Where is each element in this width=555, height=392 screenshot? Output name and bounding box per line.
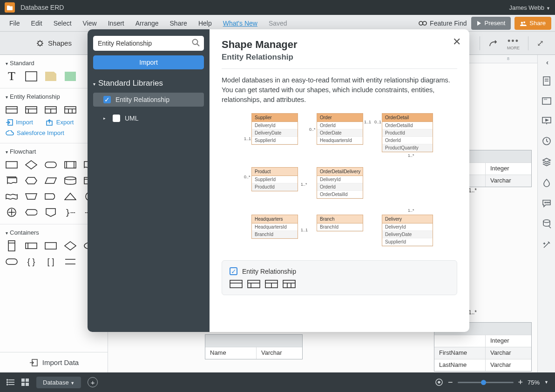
user-menu[interactable]: James Webb▼ [509,4,550,11]
menu-help[interactable]: Help [193,20,217,27]
menu-file[interactable]: File [4,20,26,27]
svg-rect-31 [8,241,15,251]
document-icon [5,2,15,13]
ct-6[interactable] [6,257,18,267]
close-modal-button[interactable]: ✕ [453,36,461,48]
svg-rect-14 [65,107,76,113]
menu-view[interactable]: View [77,20,102,27]
svg-rect-35 [45,243,56,249]
zoom-out[interactable]: − [448,378,453,387]
add-page-button[interactable]: + [88,377,98,387]
block-shape[interactable] [25,71,37,81]
ct-1[interactable] [6,241,18,251]
enable-library-checkbox[interactable]: ✓ [230,267,237,275]
page-settings-icon[interactable] [542,76,551,87]
modal-sidebar: Import Standard Libraries ✓ Entity Relat… [88,29,210,332]
saved-status: Saved [263,20,293,27]
fc-rect[interactable] [6,160,18,170]
grid-view-icon[interactable] [21,378,29,386]
collapse-rail-icon[interactable]: ‹‹ [546,59,547,66]
chat-icon[interactable] [542,199,551,209]
library-search-input[interactable] [93,36,204,51]
layers-icon[interactable] [542,157,551,168]
svg-rect-20 [6,162,17,168]
menu-edit[interactable]: Edit [26,20,48,27]
svg-rect-5 [26,72,37,81]
line-tool-icon[interactable] [488,39,499,47]
note-shape[interactable] [45,71,57,81]
ct-2[interactable] [25,241,37,251]
hotspot-shape[interactable] [64,71,76,81]
lib-checkbox[interactable]: ✓ [103,96,111,103]
svg-point-58 [7,384,8,385]
er-export-link[interactable]: Export [46,119,74,126]
target-icon[interactable] [435,378,443,386]
svg-rect-33 [26,243,37,249]
ct-3[interactable] [45,241,57,251]
fc-manual[interactable] [25,191,37,202]
zoom-slider[interactable] [458,382,514,383]
er-shape-2[interactable] [25,105,37,115]
fc-diamond[interactable] [25,160,37,170]
fc-display[interactable] [25,207,37,217]
menu-insert[interactable]: Insert [102,20,130,27]
ct-4[interactable] [64,241,76,251]
fc-delay[interactable] [45,191,57,202]
er-shape-4[interactable] [64,105,76,115]
fc-terminator[interactable] [45,160,57,170]
lib-item-uml[interactable]: ▸ UML [93,111,204,125]
fc-db[interactable] [64,176,76,186]
page-tab[interactable]: Database ▼ [36,377,81,388]
data-icon[interactable] [542,219,551,230]
ct-7[interactable]: { } [25,257,37,267]
standard-libraries-header[interactable]: Standard Libraries [93,79,204,88]
multiplicity-label: 1..* [468,187,477,194]
svg-rect-67 [230,280,242,288]
menu-arrange[interactable]: Arrange [130,20,164,27]
svg-line-66 [197,44,199,46]
fc-sum[interactable] [6,207,18,217]
fc-extract[interactable] [64,191,76,202]
import-library-button[interactable]: Import [93,55,204,69]
er-shape-3[interactable] [45,105,57,115]
text-shape[interactable]: T [6,71,18,81]
fc-predef[interactable] [64,160,76,170]
svg-point-57 [7,382,8,383]
zoom-level[interactable]: 75% [528,379,540,386]
fc-hex[interactable] [25,176,37,186]
er-import-link[interactable]: Import [6,119,33,126]
share-button[interactable]: Share [514,17,551,30]
fc-multidoc[interactable] [6,176,18,186]
menu-share[interactable]: Share [164,20,193,27]
svg-rect-37 [6,259,17,264]
paint-icon[interactable] [542,178,551,189]
zoom-in[interactable]: + [518,378,523,387]
ct-8[interactable]: [ ] [45,257,57,267]
fc-para[interactable] [45,176,57,186]
present-icon[interactable] [542,116,551,126]
search-icon [192,39,200,47]
right-rail: ‹‹ "" [537,55,555,372]
menu-select[interactable]: Select [48,20,77,27]
lib-item-entity-relationship[interactable]: ✓ Entity Relationship [93,93,204,107]
lib-checkbox[interactable] [113,115,120,122]
comments-icon[interactable]: "" [542,97,551,106]
present-button[interactable]: Present [471,17,511,30]
ct-9[interactable] [64,257,76,267]
feature-find[interactable]: Feature Find [419,20,467,27]
document-title[interactable]: Database ERD [20,4,64,11]
fullscreen-icon[interactable]: ⤢ [537,38,544,48]
svg-point-3 [523,21,525,23]
more-tools[interactable]: ••• MORE [507,36,520,50]
import-data-button[interactable]: Import Data [0,352,108,372]
fc-brace[interactable]: }┄ [64,207,76,217]
svg-point-65 [193,40,198,45]
menu-whats-new[interactable]: What's New [217,20,263,27]
fc-tape[interactable] [6,191,18,202]
history-icon[interactable] [542,136,551,147]
svg-rect-8 [26,107,37,113]
magic-icon[interactable] [542,240,551,251]
er-shape-1[interactable] [6,105,18,115]
outline-view-icon[interactable] [7,379,15,385]
fc-offpage[interactable] [45,207,57,217]
